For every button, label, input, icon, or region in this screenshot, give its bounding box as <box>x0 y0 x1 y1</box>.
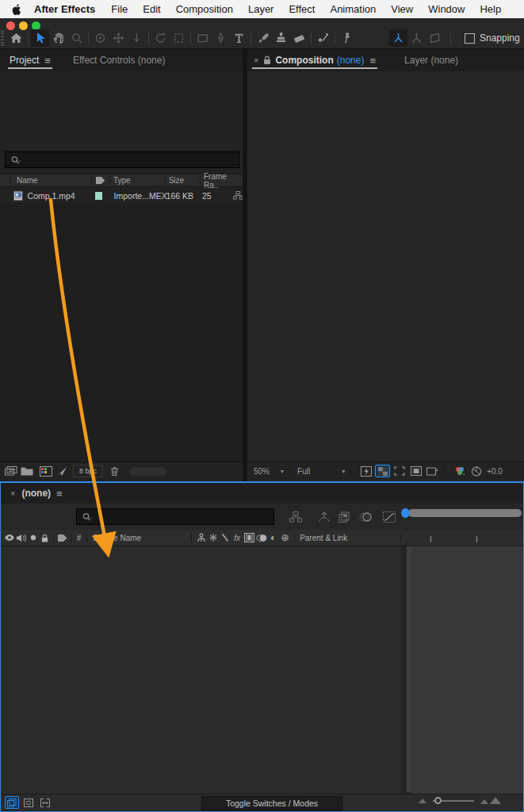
tab-project[interactable]: Project ≡ <box>5 49 55 71</box>
layer-number-column[interactable]: # <box>74 534 84 542</box>
draft-3d-icon[interactable] <box>314 510 335 524</box>
type-tool-button[interactable] <box>230 29 248 47</box>
time-navigator-handle[interactable] <box>401 508 410 518</box>
clone-stamp-tool-button[interactable] <box>272 29 290 47</box>
menu-help[interactable]: Help <box>480 3 501 15</box>
region-of-interest-icon[interactable] <box>392 465 407 477</box>
menu-layer[interactable]: Layer <box>248 3 274 15</box>
video-visibility-icon[interactable] <box>3 532 15 543</box>
new-composition-icon[interactable] <box>38 465 54 477</box>
effects-switch-icon[interactable]: fx <box>231 534 243 542</box>
zoom-out-icon[interactable] <box>419 799 426 803</box>
snapping-checkbox[interactable] <box>465 33 475 44</box>
panel-menu-icon[interactable]: ≡ <box>369 55 376 67</box>
expand-in-out-panes-icon[interactable] <box>38 796 52 809</box>
column-name[interactable]: Name <box>17 176 88 185</box>
parent-link-column[interactable]: Parent & Link <box>300 534 347 542</box>
solo-icon[interactable] <box>27 532 39 543</box>
transparency-grid-icon[interactable] <box>375 465 390 477</box>
project-color-depth-button[interactable]: 8 bpc <box>73 465 103 477</box>
composition-mini-flowchart-icon[interactable] <box>285 510 306 524</box>
local-axis-mode-button[interactable] <box>389 29 407 47</box>
rotation-tool-button[interactable] <box>151 29 170 47</box>
project-horizontal-scrollbar[interactable] <box>130 467 166 476</box>
tab-effect-controls[interactable]: Effect Controls (none) <box>68 49 170 71</box>
mask-visibility-icon[interactable] <box>408 465 423 477</box>
proxy-icon[interactable] <box>54 465 70 477</box>
selection-tool-button[interactable] <box>31 29 49 47</box>
frame-blend-switch-icon[interactable] <box>243 532 255 543</box>
time-navigator-bar[interactable] <box>408 509 522 517</box>
toggle-switches-modes-button[interactable]: Toggle Switches / Modes <box>201 796 342 810</box>
hand-tool-button[interactable] <box>49 29 67 47</box>
orbit-camera-tool-button[interactable] <box>91 29 109 47</box>
panel-menu-icon[interactable]: ≡ <box>44 55 51 67</box>
column-frame-rate[interactable]: Frame Ra.. <box>204 172 243 190</box>
roto-brush-tool-button[interactable] <box>314 29 332 47</box>
rectangle-tool-button[interactable] <box>193 29 212 47</box>
timeline-zoom-slider[interactable] <box>433 800 474 802</box>
timeline-zoom-knob[interactable] <box>434 797 442 804</box>
pen-tool-button[interactable] <box>212 29 230 47</box>
flowchart-icon[interactable] <box>233 190 243 201</box>
expand-transfer-controls-icon[interactable] <box>21 796 36 809</box>
home-tool-button[interactable] <box>7 29 25 47</box>
new-folder-icon[interactable] <box>19 465 35 477</box>
menu-effect[interactable]: Effect <box>289 3 315 15</box>
world-axis-mode-button[interactable] <box>407 29 426 47</box>
column-type[interactable]: Type <box>113 176 162 185</box>
exposure-value[interactable]: +0.0 <box>487 467 503 476</box>
project-item-row[interactable]: Comp 1.mp4 Importe...MEX 166 KB 25 <box>0 188 243 203</box>
shutter-icon[interactable] <box>469 465 484 477</box>
menu-animation[interactable]: Animation <box>330 3 376 15</box>
project-list-empty-area[interactable] <box>0 203 243 462</box>
shy-switch-icon[interactable] <box>195 532 207 543</box>
motion-blur-switch-icon[interactable] <box>255 532 267 543</box>
label-column-icon[interactable] <box>56 532 68 543</box>
timeline-search-input[interactable] <box>76 508 274 525</box>
interpret-footage-icon[interactable] <box>3 465 19 477</box>
menu-window[interactable]: Window <box>428 3 465 15</box>
graph-editor-icon[interactable] <box>379 510 400 524</box>
close-tab-icon[interactable]: × <box>10 488 15 498</box>
frame-blending-icon[interactable] <box>335 510 355 524</box>
timeline-layer-list-area[interactable] <box>1 546 401 802</box>
menu-composition[interactable]: Composition <box>176 3 233 15</box>
tab-layer[interactable]: Layer (none) <box>400 49 463 71</box>
label-color-chip[interactable] <box>95 192 102 200</box>
menu-edit[interactable]: Edit <box>143 3 160 15</box>
toolbar-grip[interactable] <box>1 30 4 46</box>
project-search-input[interactable] <box>5 151 239 168</box>
collapse-transformations-icon[interactable] <box>207 532 219 543</box>
brush-tool-button[interactable] <box>254 29 272 47</box>
apple-menu-icon[interactable] <box>11 3 21 16</box>
menu-view[interactable]: View <box>391 3 413 15</box>
expand-layer-switches-icon[interactable] <box>5 796 19 809</box>
resolution-dropdown[interactable]: Full ▾ <box>297 467 345 476</box>
timeline-tab-label[interactable]: (none) <box>21 488 51 499</box>
quality-switch-icon[interactable] <box>219 532 231 543</box>
pan-camera-tool-button[interactable] <box>109 29 128 47</box>
zoom-tool-button[interactable] <box>67 29 86 47</box>
three-d-layer-switch-icon[interactable]: ⊕ <box>279 532 291 543</box>
time-navigator[interactable] <box>401 509 522 517</box>
column-size[interactable]: Size <box>169 176 197 185</box>
timeline-time-ruler[interactable] <box>403 530 523 546</box>
zoom-in-icon[interactable] <box>480 797 501 804</box>
timeline-track-area[interactable] <box>411 546 523 802</box>
timeline-vertical-scrollbar[interactable] <box>401 546 411 802</box>
fast-previews-icon[interactable] <box>358 465 373 477</box>
menu-file[interactable]: File <box>111 3 128 15</box>
source-name-column[interactable]: Source Name <box>93 534 141 542</box>
composition-view-area[interactable] <box>247 71 524 462</box>
close-tab-icon[interactable]: × <box>254 56 258 65</box>
label-column-icon[interactable] <box>95 176 106 185</box>
menu-app-name[interactable]: After Effects <box>34 3 95 15</box>
camera-roi-tool-button[interactable] <box>170 29 188 47</box>
channel-rgb-icon[interactable] <box>452 465 467 477</box>
motion-blur-icon[interactable] <box>355 510 376 524</box>
adjustment-layer-switch-icon[interactable]: ◐ <box>267 532 279 543</box>
audio-icon[interactable] <box>15 532 27 543</box>
view-axis-mode-button[interactable] <box>426 29 444 47</box>
dolly-camera-tool-button[interactable] <box>128 29 146 47</box>
